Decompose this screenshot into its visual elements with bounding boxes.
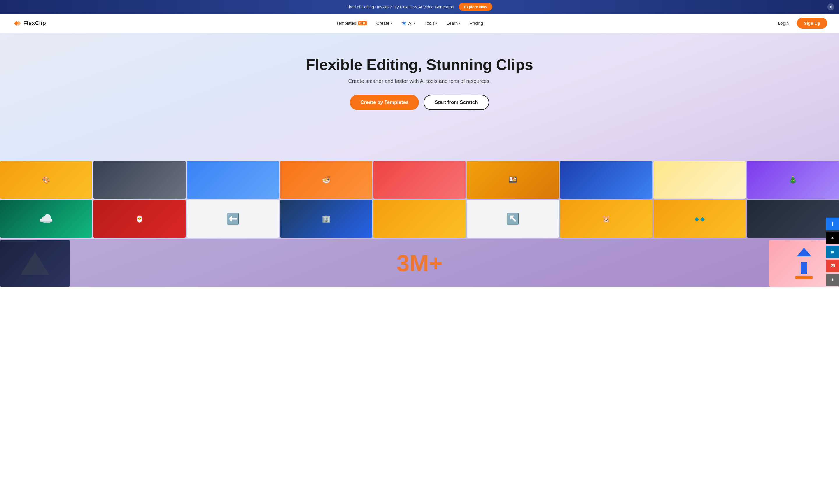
learn-link[interactable]: Learn ▾ [443,18,464,28]
video-thumb-building[interactable]: 🏢 [280,200,372,238]
video-row-1: 🎨 🍜 🍱 🎄 [0,161,839,199]
video-thumb[interactable] [560,161,652,199]
banner-text: Tired of Editing Hassles? Try FlexClip's… [347,5,454,9]
video-thumb[interactable]: 🎨 [0,161,92,199]
create-by-templates-button[interactable]: Create by Templates [350,95,419,110]
flexclip-logo-icon [12,18,22,29]
linkedin-share-button[interactable]: in [826,246,839,258]
video-row-2: ☁️ 🎅 ⬅️ 🏢 ↖️ 🐹 ◆ ◆ [0,200,839,238]
video-thumb[interactable] [374,200,465,238]
ai-link[interactable]: AI ▾ [398,18,418,28]
nav-item-learn[interactable]: Learn ▾ [443,18,464,28]
more-share-button[interactable]: + [826,273,839,286]
bottom-grid: 3M + [0,239,839,287]
hero-section: Flexible Editing, Stunning Clips Create … [0,33,839,161]
nav-item-ai[interactable]: AI ▾ [398,18,418,28]
pricing-link[interactable]: Pricing [466,18,486,28]
video-thumb[interactable] [93,161,185,199]
hero-title: Flexible Editing, Stunning Clips [306,56,533,74]
explore-now-button[interactable]: Explore Now [459,3,492,11]
logo-link[interactable]: FlexClip [12,18,46,29]
logo-text: FlexClip [23,20,46,26]
chevron-down-icon: ▾ [436,21,437,25]
tools-link[interactable]: Tools ▾ [421,18,441,28]
facebook-share-button[interactable]: f [826,218,839,231]
video-thumb[interactable] [187,161,279,199]
hero-buttons: Create by Templates Start from Scratch [350,95,489,110]
nav-item-pricing[interactable]: Pricing [466,18,486,28]
video-thumb[interactable]: 🎄 [747,161,839,199]
video-thumb[interactable]: ☁️ [0,200,92,238]
video-thumb[interactable] [374,161,465,199]
create-link[interactable]: Create ▾ [373,18,396,28]
twitter-share-button[interactable]: ✕ [826,232,839,245]
chevron-down-icon: ▾ [414,21,415,25]
templates-link[interactable]: Templates HOT [333,18,370,28]
video-thumb[interactable]: 🍱 [467,161,559,199]
video-thumb[interactable]: ◆ ◆ [653,200,746,238]
hero-subtitle: Create smarter and faster with AI tools … [348,78,491,84]
stat-number: 3M [396,250,429,277]
nav-item-tools[interactable]: Tools ▾ [421,18,441,28]
video-thumb[interactable]: ↖️ [467,200,559,238]
ai-star-icon [401,21,407,26]
video-grid-section: 🎨 🍜 🍱 🎄 ☁️ [0,161,839,287]
nav-links: Templates HOT Create ▾ AI ▾ Tools ▾ [333,18,486,28]
nav-item-create[interactable]: Create ▾ [373,18,396,28]
chevron-down-icon: ▾ [391,21,392,25]
bottom-left-thumb[interactable] [0,240,70,287]
triangle-shape [20,252,50,275]
hot-badge: HOT [358,21,367,25]
progress-bar [795,276,813,279]
video-thumb-cat[interactable]: 🐹 [560,200,652,238]
chevron-down-icon: ▾ [459,21,460,25]
social-sidebar: f ✕ in ✉ + [826,218,839,286]
navbar: FlexClip Templates HOT Create ▾ AI ▾ Too… [0,14,839,33]
signup-button[interactable]: Sign Up [797,18,827,29]
nav-auth: Login Sign Up [773,18,827,29]
stat-center: 3M + [71,240,768,287]
video-thumb[interactable]: 🍜 [280,161,372,199]
email-share-button[interactable]: ✉ [826,259,839,272]
login-link[interactable]: Login [773,18,793,28]
video-thumb-santa[interactable]: 🎅 [93,200,185,238]
banner-close-button[interactable]: × [827,3,834,11]
top-banner: Tired of Editing Hassles? Try FlexClip's… [0,0,839,14]
video-thumb[interactable] [747,200,839,238]
nav-item-templates[interactable]: Templates HOT [333,18,370,28]
video-thumb[interactable] [653,161,746,199]
video-thumb[interactable]: ⬅️ [187,200,279,238]
upload-arrow-icon [797,248,811,274]
start-from-scratch-button[interactable]: Start from Scratch [424,95,489,110]
stat-plus: + [429,250,443,277]
